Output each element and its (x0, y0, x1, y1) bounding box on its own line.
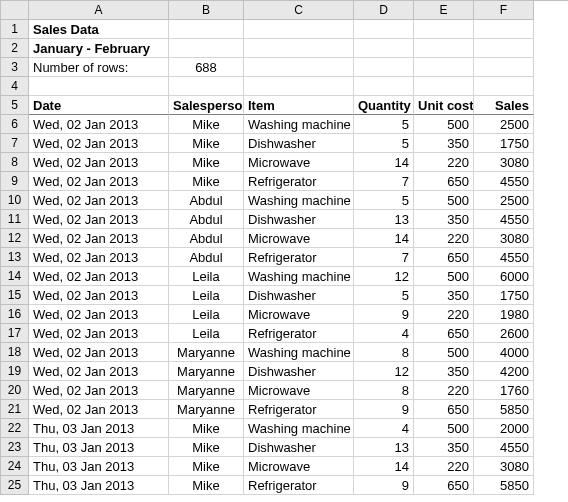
sales-cell[interactable]: 2500 (474, 115, 534, 134)
row-header-9[interactable]: 9 (1, 172, 29, 191)
row-header-3[interactable]: 3 (1, 58, 29, 77)
date-cell[interactable]: Wed, 02 Jan 2013 (29, 153, 169, 172)
quantity-cell[interactable]: 8 (354, 381, 414, 400)
salesperson-cell[interactable]: Maryanne (169, 362, 244, 381)
unitcost-cell[interactable]: 500 (414, 115, 474, 134)
table-header[interactable]: Quantity (354, 96, 414, 115)
unitcost-cell[interactable]: 650 (414, 476, 474, 495)
cell[interactable] (354, 77, 414, 96)
row-header-24[interactable]: 24 (1, 457, 29, 476)
unitcost-cell[interactable]: 350 (414, 210, 474, 229)
date-cell[interactable]: Wed, 02 Jan 2013 (29, 343, 169, 362)
row-header-2[interactable]: 2 (1, 39, 29, 58)
row-header-19[interactable]: 19 (1, 362, 29, 381)
quantity-cell[interactable]: 14 (354, 229, 414, 248)
date-cell[interactable]: Thu, 03 Jan 2013 (29, 476, 169, 495)
item-cell[interactable]: Dishwasher (244, 438, 354, 457)
date-cell[interactable]: Wed, 02 Jan 2013 (29, 248, 169, 267)
unitcost-cell[interactable]: 220 (414, 381, 474, 400)
column-header-F[interactable]: F (474, 1, 534, 20)
unitcost-cell[interactable]: 350 (414, 286, 474, 305)
item-cell[interactable]: Washing machine (244, 343, 354, 362)
date-cell[interactable]: Wed, 02 Jan 2013 (29, 115, 169, 134)
salesperson-cell[interactable]: Abdul (169, 210, 244, 229)
salesperson-cell[interactable]: Abdul (169, 248, 244, 267)
date-cell[interactable]: Wed, 02 Jan 2013 (29, 362, 169, 381)
quantity-cell[interactable]: 13 (354, 210, 414, 229)
sales-cell[interactable]: 3080 (474, 457, 534, 476)
quantity-cell[interactable]: 9 (354, 476, 414, 495)
sales-cell[interactable]: 2500 (474, 191, 534, 210)
date-cell[interactable]: Wed, 02 Jan 2013 (29, 400, 169, 419)
unitcost-cell[interactable]: 220 (414, 305, 474, 324)
quantity-cell[interactable]: 12 (354, 267, 414, 286)
item-cell[interactable]: Washing machine (244, 267, 354, 286)
salesperson-cell[interactable]: Mike (169, 438, 244, 457)
sales-cell[interactable]: 1750 (474, 134, 534, 153)
quantity-cell[interactable]: 12 (354, 362, 414, 381)
salesperson-cell[interactable]: Leila (169, 267, 244, 286)
cell[interactable] (474, 20, 534, 39)
row-header-1[interactable]: 1 (1, 20, 29, 39)
cell[interactable] (244, 39, 354, 58)
unitcost-cell[interactable]: 220 (414, 229, 474, 248)
salesperson-cell[interactable]: Maryanne (169, 400, 244, 419)
quantity-cell[interactable]: 9 (354, 400, 414, 419)
row-header-23[interactable]: 23 (1, 438, 29, 457)
item-cell[interactable]: Microwave (244, 305, 354, 324)
row-header-14[interactable]: 14 (1, 267, 29, 286)
date-cell[interactable]: Wed, 02 Jan 2013 (29, 305, 169, 324)
table-header[interactable]: Unit cost (414, 96, 474, 115)
date-cell[interactable]: Wed, 02 Jan 2013 (29, 381, 169, 400)
item-cell[interactable]: Refrigerator (244, 476, 354, 495)
rowcount-value[interactable]: 688 (169, 58, 244, 77)
salesperson-cell[interactable]: Mike (169, 115, 244, 134)
item-cell[interactable]: Dishwasher (244, 286, 354, 305)
item-cell[interactable]: Dishwasher (244, 134, 354, 153)
cell[interactable] (354, 39, 414, 58)
column-header-E[interactable]: E (414, 1, 474, 20)
unitcost-cell[interactable]: 650 (414, 400, 474, 419)
cell[interactable] (169, 20, 244, 39)
date-cell[interactable]: Wed, 02 Jan 2013 (29, 324, 169, 343)
row-header-13[interactable]: 13 (1, 248, 29, 267)
cell[interactable] (354, 20, 414, 39)
row-header-22[interactable]: 22 (1, 419, 29, 438)
table-header[interactable]: Sales (474, 96, 534, 115)
row-header-18[interactable]: 18 (1, 343, 29, 362)
quantity-cell[interactable]: 13 (354, 438, 414, 457)
unitcost-cell[interactable]: 350 (414, 438, 474, 457)
row-header-12[interactable]: 12 (1, 229, 29, 248)
unitcost-cell[interactable]: 220 (414, 153, 474, 172)
salesperson-cell[interactable]: Maryanne (169, 343, 244, 362)
sales-cell[interactable]: 4000 (474, 343, 534, 362)
cell[interactable] (414, 77, 474, 96)
row-header-4[interactable]: 4 (1, 77, 29, 96)
unitcost-cell[interactable]: 350 (414, 134, 474, 153)
salesperson-cell[interactable]: Mike (169, 172, 244, 191)
quantity-cell[interactable]: 5 (354, 191, 414, 210)
row-header-5[interactable]: 5 (1, 96, 29, 115)
item-cell[interactable]: Refrigerator (244, 172, 354, 191)
item-cell[interactable]: Washing machine (244, 115, 354, 134)
cell[interactable] (244, 58, 354, 77)
sales-cell[interactable]: 1750 (474, 286, 534, 305)
cell[interactable] (244, 20, 354, 39)
item-cell[interactable]: Washing machine (244, 191, 354, 210)
column-header-A[interactable]: A (29, 1, 169, 20)
rowcount-label[interactable]: Number of rows: (29, 58, 169, 77)
date-cell[interactable]: Wed, 02 Jan 2013 (29, 172, 169, 191)
cell[interactable] (474, 58, 534, 77)
cell[interactable] (29, 77, 169, 96)
cell[interactable] (169, 77, 244, 96)
sales-cell[interactable]: 6000 (474, 267, 534, 286)
row-header-17[interactable]: 17 (1, 324, 29, 343)
quantity-cell[interactable]: 4 (354, 419, 414, 438)
cell[interactable] (414, 58, 474, 77)
cell[interactable] (169, 39, 244, 58)
salesperson-cell[interactable]: Mike (169, 419, 244, 438)
date-cell[interactable]: Wed, 02 Jan 2013 (29, 191, 169, 210)
sales-cell[interactable]: 5850 (474, 476, 534, 495)
cell[interactable] (244, 77, 354, 96)
item-cell[interactable]: Microwave (244, 381, 354, 400)
